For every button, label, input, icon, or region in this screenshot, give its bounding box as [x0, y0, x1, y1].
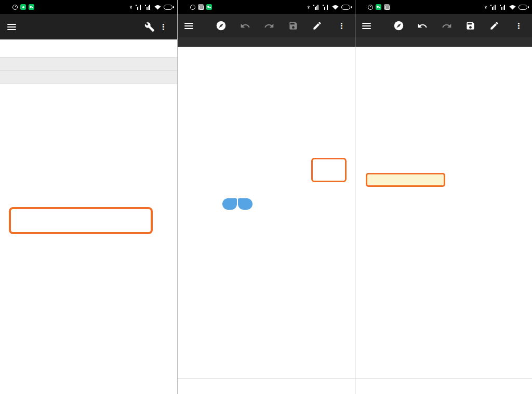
navigate-icon[interactable] [215, 19, 228, 33]
section-header-functions [0, 57, 177, 71]
editor-toolbar: ⋮ [178, 14, 355, 37]
annotation-box-const4 [366, 173, 445, 187]
tab-bar [0, 39, 177, 57]
status-bar [178, 0, 355, 14]
status-right-cluster [129, 4, 172, 10]
bluetooth-icon [484, 4, 488, 10]
notification-app-icon [198, 4, 204, 10]
annotation-box-search-result [9, 207, 153, 234]
overflow-menu-icon[interactable]: ⋮ [156, 20, 170, 34]
signal-icon-sim1 [313, 5, 320, 10]
search-results-tree [0, 84, 177, 86]
editor-toolbar: ⋮ [355, 14, 532, 37]
overflow-menu-icon[interactable]: ⋮ [512, 19, 525, 33]
wechat-icon [206, 4, 212, 10]
bluetooth-icon [307, 4, 311, 10]
wechat-icon [29, 4, 34, 10]
status-bar [0, 0, 177, 14]
selection-handle-right[interactable] [238, 198, 252, 210]
code-editor[interactable] [178, 47, 355, 378]
app-bar: ⋮ [0, 14, 177, 39]
breadcrumb [178, 37, 355, 47]
symbol-input-bar [178, 378, 355, 394]
menu-icon[interactable] [184, 23, 193, 29]
save-icon[interactable] [464, 19, 477, 33]
status-bar [355, 0, 532, 14]
symbol-input-bar [355, 378, 532, 394]
alarm-icon [368, 5, 373, 10]
undo-icon[interactable] [416, 19, 429, 33]
wifi-icon [154, 5, 161, 10]
signal-icon-sim2 [145, 5, 152, 10]
battery-icon [341, 5, 350, 10]
tools-button[interactable] [143, 20, 156, 34]
middle-screen: ⋮ [177, 0, 355, 394]
notification-app-icon [384, 4, 390, 10]
edit-mode-icon[interactable] [488, 19, 501, 33]
alarm-icon [12, 5, 18, 10]
battery-icon [164, 5, 172, 10]
section-header-results [0, 71, 177, 84]
wifi-icon [509, 5, 516, 10]
left-screen: ⋮ [0, 0, 177, 394]
alarm-icon [190, 5, 195, 10]
redo-icon[interactable] [440, 19, 454, 33]
menu-icon[interactable] [362, 23, 371, 29]
redo-icon[interactable] [262, 19, 276, 33]
wechat-icon [376, 4, 381, 10]
overflow-menu-icon[interactable]: ⋮ [335, 19, 348, 33]
status-right-cluster [484, 4, 527, 10]
battery-icon [518, 5, 527, 10]
save-icon[interactable] [286, 19, 300, 33]
selection-handle-left[interactable] [222, 198, 237, 210]
code-editor[interactable] [355, 47, 532, 378]
bluetooth-icon [129, 4, 133, 10]
breadcrumb [355, 37, 532, 47]
notification-app-icon [20, 4, 26, 10]
menu-icon[interactable] [7, 24, 16, 30]
signal-icon-sim1 [490, 5, 497, 10]
right-screen: ⋮ [355, 0, 532, 394]
signal-icon-sim2 [323, 5, 329, 10]
undo-icon[interactable] [238, 19, 252, 33]
signal-icon-sim1 [136, 5, 142, 10]
signal-icon-sim2 [500, 5, 507, 10]
wifi-icon [332, 5, 339, 10]
navigate-icon[interactable] [392, 19, 405, 33]
status-right-cluster [307, 4, 350, 10]
edit-mode-icon[interactable] [311, 19, 324, 33]
